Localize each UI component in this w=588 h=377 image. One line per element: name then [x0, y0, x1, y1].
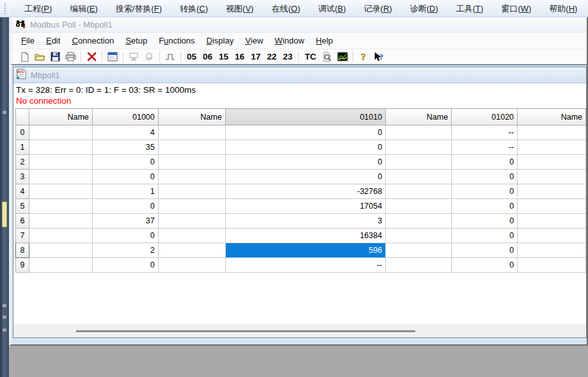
host-menu-item[interactable]: 帮助(H) — [540, 0, 586, 17]
app-menu-item[interactable]: Functions — [153, 33, 200, 49]
grid-header-cell[interactable]: Name — [386, 109, 452, 125]
grid-cell[interactable]: 0 — [452, 258, 518, 273]
function-code-15-button[interactable]: 15 — [216, 50, 232, 63]
function-code-05-button[interactable]: 05 — [184, 50, 200, 63]
host-menu-item[interactable]: 搜索/替换(F) — [107, 0, 171, 17]
test-center-button[interactable]: TC — [301, 50, 319, 63]
grid-cell[interactable] — [158, 214, 225, 229]
grid-cell[interactable]: 17054 — [225, 199, 386, 214]
grid-cell[interactable] — [158, 184, 225, 199]
print-preview-button[interactable] — [319, 50, 335, 63]
grid-cell[interactable] — [158, 155, 225, 170]
app-titlebar[interactable]: Modbus Poll - Mbpoll1 — [12, 17, 587, 33]
grid-header-cell[interactable]: 01010 — [225, 109, 386, 125]
grid-cell[interactable] — [386, 184, 452, 199]
grid-row-number[interactable]: 4 — [16, 184, 29, 199]
print-button[interactable] — [63, 50, 78, 63]
grid-cell[interactable] — [518, 155, 586, 170]
grid-cell[interactable]: -32768 — [225, 184, 386, 199]
grid-cell[interactable] — [158, 125, 225, 140]
grid-cell[interactable]: -- — [225, 258, 386, 273]
horizontal-scrollbar-thumb[interactable] — [76, 330, 415, 332]
grid-cell[interactable] — [29, 170, 92, 184]
open-file-button[interactable] — [32, 50, 47, 63]
disconnect-button[interactable] — [84, 50, 99, 63]
grid-row-number[interactable]: 9 — [16, 258, 29, 273]
grid-header-cell[interactable]: 01000 — [92, 109, 158, 125]
host-menu-item[interactable]: 记录(R) — [355, 0, 401, 17]
grid-cell[interactable]: 0 — [452, 155, 518, 170]
app-menu-item[interactable]: View — [239, 33, 269, 49]
grid-cell[interactable] — [518, 258, 586, 273]
horizontal-scrollbar[interactable] — [13, 325, 586, 337]
host-menu-item[interactable]: 工程(P) — [15, 0, 61, 17]
pulse-function-button[interactable] — [163, 50, 178, 63]
grid-cell[interactable]: 0 — [92, 199, 158, 214]
grid-cell[interactable]: 596 — [225, 243, 386, 258]
grid-cell[interactable] — [386, 199, 452, 214]
grid-cell[interactable]: 0 — [225, 155, 386, 170]
function-code-22-button[interactable]: 22 — [264, 50, 280, 63]
host-menu-item[interactable]: 工具(T) — [447, 0, 493, 17]
function-code-16-button[interactable]: 16 — [232, 50, 248, 63]
grid-cell[interactable]: 0 — [92, 170, 158, 184]
grid-cell[interactable]: -- — [452, 125, 518, 140]
poll-once-button-disabled[interactable] — [126, 50, 141, 63]
grid-cell[interactable] — [518, 184, 586, 199]
app-menu-item[interactable]: Setup — [120, 33, 153, 49]
grid-cell[interactable]: 0 — [452, 243, 518, 258]
document-titlebar[interactable]: DOC Mbpoll1 — [13, 67, 586, 83]
grid-cell[interactable]: 0 — [452, 229, 518, 243]
function-code-17-button[interactable]: 17 — [248, 50, 264, 63]
grid-row-number[interactable]: 3 — [16, 170, 29, 184]
grid-row-number[interactable]: 0 — [16, 125, 29, 140]
grid-cell[interactable] — [518, 243, 586, 258]
grid-cell[interactable]: 2 — [92, 243, 158, 258]
grid-cell[interactable] — [518, 170, 586, 184]
dock-scroll-thumb[interactable] — [2, 202, 7, 227]
auto-poll-button-disabled[interactable] — [141, 50, 157, 63]
grid-cell[interactable] — [518, 140, 586, 155]
grid-cell[interactable] — [158, 243, 225, 258]
grid-cell[interactable] — [386, 229, 452, 243]
app-menu-item[interactable]: Edit — [40, 33, 66, 49]
grid-cell[interactable]: 0 — [225, 140, 386, 155]
grid-cell[interactable]: 3 — [225, 214, 386, 229]
grid-cell[interactable]: 0 — [225, 170, 386, 184]
grid-cell[interactable] — [29, 184, 92, 199]
app-menu-item[interactable]: Display — [201, 33, 240, 49]
grid-cell[interactable] — [386, 125, 452, 140]
grid-cell[interactable] — [29, 140, 92, 155]
grid-cell[interactable] — [29, 214, 92, 229]
grid-header-cell[interactable]: Name — [29, 109, 92, 125]
grid-cell[interactable] — [29, 243, 92, 258]
grid-cell[interactable] — [386, 243, 452, 258]
toolbar-grip-handle[interactable] — [4, 3, 10, 14]
grid-cell[interactable]: 0 — [92, 258, 158, 273]
function-code-23-button[interactable]: 23 — [280, 50, 296, 63]
grid-header-cell[interactable]: Name — [158, 109, 225, 125]
grid-header-cell[interactable]: Name — [518, 109, 586, 125]
grid-cell[interactable]: -- — [452, 140, 518, 155]
grid-cell[interactable] — [29, 125, 92, 140]
grid-cell[interactable]: 35 — [92, 140, 158, 155]
host-menu-item[interactable]: 调试(B) — [309, 0, 354, 17]
grid-row-number[interactable]: 2 — [16, 155, 29, 170]
app-menu-item[interactable]: File — [15, 33, 40, 49]
app-menu-item[interactable]: Connection — [66, 33, 120, 49]
host-menu-item[interactable]: 转换(C) — [171, 0, 217, 17]
grid-header-cell[interactable]: 01020 — [452, 109, 518, 125]
new-file-button[interactable] — [17, 50, 32, 63]
grid-cell[interactable] — [518, 214, 586, 229]
save-button[interactable] — [47, 50, 63, 63]
grid-cell[interactable] — [386, 140, 452, 155]
grid-cell[interactable]: 0 — [92, 229, 158, 243]
host-menu-item[interactable]: 编辑(E) — [61, 0, 106, 17]
grid-cell[interactable] — [29, 199, 92, 214]
grid-cell[interactable] — [518, 229, 586, 243]
grid-cell[interactable] — [386, 155, 452, 170]
host-menu-item[interactable]: 视图(V) — [217, 0, 262, 17]
grid-cell[interactable] — [518, 125, 586, 140]
host-menu-item[interactable]: 诊断(D) — [401, 0, 447, 17]
grid-row-number[interactable]: 1 — [16, 140, 29, 155]
